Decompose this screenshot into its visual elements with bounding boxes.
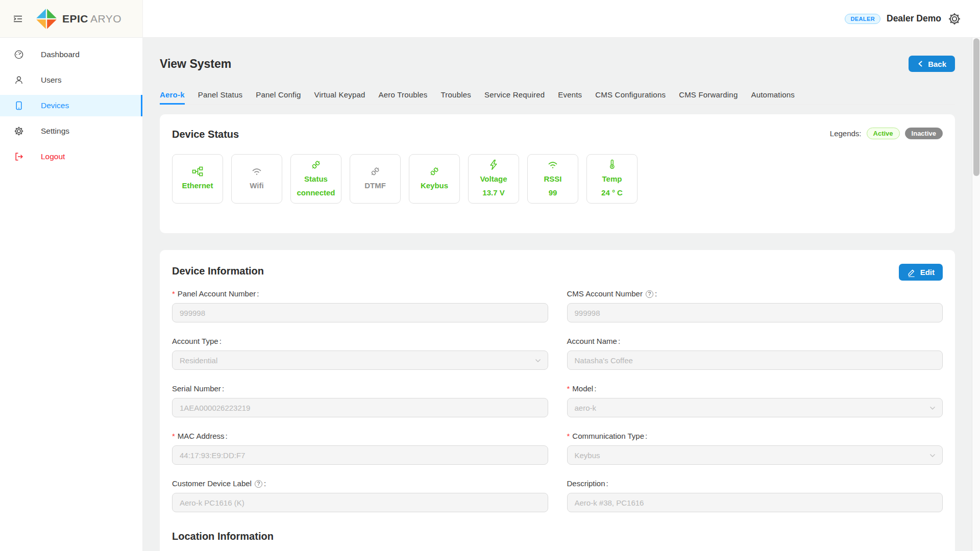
sidebar-item-settings[interactable]: Settings: [0, 120, 142, 142]
sidebar-item-logout[interactable]: Logout: [0, 146, 142, 167]
status-tile-dtmf: DTMF: [350, 154, 401, 204]
tab-panel-status[interactable]: Panel Status: [198, 84, 242, 105]
tab-aero-troubles[interactable]: Aero Troubles: [379, 84, 428, 105]
wifi-icon: [251, 166, 262, 177]
wifi-icon: [547, 159, 558, 170]
back-button[interactable]: Back: [909, 56, 955, 72]
sidebar-item-users[interactable]: Users: [0, 69, 142, 91]
chevron-down-icon: [929, 406, 936, 410]
gear-icon: [14, 127, 23, 136]
mobile-device-icon: [14, 101, 23, 110]
tab-service-required[interactable]: Service Required: [484, 84, 545, 105]
chevron-down-icon: [929, 454, 936, 458]
user-icon: [14, 76, 23, 85]
status-tile-wifi: Wifi: [231, 154, 282, 204]
status-tile-keybus: Keybus: [409, 154, 460, 204]
user-name: Dealer Demo: [887, 13, 941, 24]
field-serial-number: Serial Number:: [172, 383, 548, 417]
sidebar-item-label: Dashboard: [41, 50, 80, 59]
plug-icon: [310, 159, 322, 170]
sidebar-item-label: Users: [41, 76, 61, 85]
menu-collapse-icon[interactable]: [13, 14, 22, 23]
mac-address-input[interactable]: [172, 445, 548, 465]
pencil-icon: [907, 268, 916, 277]
field-communication-type: *Communication Type: Keybus: [567, 431, 943, 465]
sidebar-item-label: Devices: [41, 101, 69, 110]
logout-icon: [14, 152, 23, 161]
account-type-select[interactable]: Residential: [172, 350, 548, 370]
thermometer-icon: [606, 159, 618, 170]
tab-troubles[interactable]: Troubles: [441, 84, 471, 105]
field-account-name: Account Name:: [567, 336, 943, 370]
field-model: *Model: aero-k: [567, 383, 943, 417]
field-customer-device-label: Customer Device Label?:: [172, 478, 548, 512]
field-cms-account-number: CMS Account Number?:: [567, 288, 943, 322]
communication-type-select[interactable]: Keybus: [567, 445, 943, 465]
device-status-title: Device Status: [172, 128, 943, 141]
account-name-input[interactable]: [567, 350, 943, 370]
sidebar-item-dashboard[interactable]: Dashboard: [0, 44, 142, 65]
field-mac-address: *MAC Address:: [172, 431, 548, 465]
legends: Legends: Active Inactive: [830, 128, 943, 139]
brand-name: EPICARYO: [62, 13, 121, 25]
status-tile-status-connected: Statusconnected: [290, 154, 341, 204]
page-scrollbar[interactable]: [972, 38, 980, 551]
edit-button[interactable]: Edit: [899, 264, 943, 281]
help-circle-icon[interactable]: ?: [255, 480, 262, 488]
device-status-card: Device Status Legends: Active Inactive E…: [160, 114, 955, 233]
sidebar-menu: Dashboard Users Devices Settings Logout: [0, 38, 142, 167]
sidebar-item-label: Logout: [41, 152, 65, 161]
field-panel-account-number: *Panel Account Number:: [172, 288, 548, 322]
device-information-form: *Panel Account Number: CMS Account Numbe…: [172, 288, 943, 525]
legend-active-badge: Active: [867, 128, 900, 139]
tab-panel-config[interactable]: Panel Config: [256, 84, 301, 105]
status-tile-ethernet: Ethernet: [172, 154, 223, 204]
status-tiles: Ethernet Wifi Statusconnected DTMF Keybu…: [172, 154, 943, 204]
field-account-type: Account Type: Residential: [172, 336, 548, 370]
sidebar-item-devices[interactable]: Devices: [0, 95, 142, 116]
main-content: View System Back Aero-k Panel Status Pan…: [143, 38, 972, 551]
chevron-down-icon: [535, 359, 541, 363]
ethernet-icon: [192, 166, 203, 177]
cms-account-number-input[interactable]: [567, 303, 943, 322]
plug-icon: [370, 166, 381, 177]
scrollbar-thumb[interactable]: [973, 38, 979, 176]
sidebar-item-label: Settings: [41, 127, 69, 136]
legend-inactive-badge: Inactive: [905, 128, 943, 139]
status-tile-rssi: RSSI99: [527, 154, 578, 204]
plug-icon: [429, 166, 440, 177]
brand-logo: EPICARYO: [36, 8, 121, 30]
sidebar: EPICARYO Dashboard Users Devices Setting…: [0, 0, 143, 551]
tab-automations[interactable]: Automations: [751, 84, 795, 105]
header-gear-icon[interactable]: [948, 13, 961, 25]
status-tile-temp: Temp24 ° C: [586, 154, 638, 204]
bolt-icon: [488, 159, 499, 170]
customer-device-label-input[interactable]: [172, 493, 548, 512]
field-description: Description:: [567, 478, 943, 512]
top-header: DEALER Dealer Demo: [143, 0, 980, 38]
tab-cms-forwarding[interactable]: CMS Forwarding: [679, 84, 738, 105]
panel-account-number-input[interactable]: [172, 303, 548, 322]
tab-aero-k[interactable]: Aero-k: [160, 84, 185, 105]
chevron-left-icon: [917, 60, 923, 67]
model-select[interactable]: aero-k: [567, 398, 943, 417]
role-badge: DEALER: [845, 14, 880, 24]
device-information-title: Device Information: [172, 264, 943, 278]
page-title: View System: [160, 57, 231, 71]
tab-bar: Aero-k Panel Status Panel Config Virtual…: [160, 84, 955, 105]
serial-number-input[interactable]: [172, 398, 548, 417]
tab-virtual-keypad[interactable]: Virtual Keypad: [314, 84, 365, 105]
location-information-title: Location Information: [172, 531, 943, 542]
status-tile-voltage: Voltage13.7 V: [468, 154, 519, 204]
dashboard-icon: [14, 50, 23, 59]
brand-diamond-icon: [36, 8, 57, 30]
device-information-card: Device Information Edit *Panel Account N…: [160, 250, 955, 551]
help-circle-icon[interactable]: ?: [646, 290, 653, 298]
sidebar-logo-area: EPICARYO: [0, 0, 142, 38]
tab-cms-configurations[interactable]: CMS Configurations: [595, 84, 666, 105]
tab-events[interactable]: Events: [558, 84, 582, 105]
description-input[interactable]: [567, 493, 943, 512]
